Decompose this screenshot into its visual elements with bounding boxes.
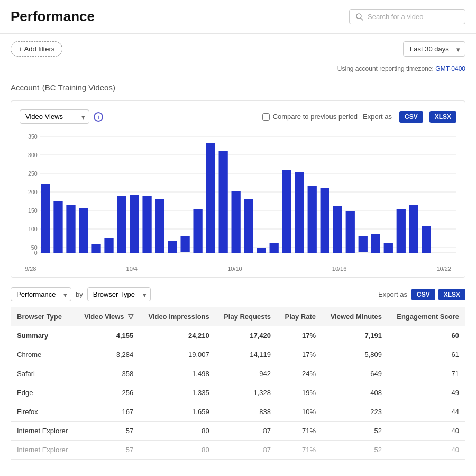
col-video-impressions: Video Impressions — [140, 307, 216, 326]
summary-viewed-minutes: 7,191 — [322, 326, 388, 345]
browser-type-select[interactable]: Browser Type Device Type Country — [87, 287, 151, 301]
toolbar: + Add filters Last 30 days Last 7 days L… — [0, 34, 476, 64]
chart-csv-button[interactable]: CSV — [399, 111, 423, 123]
timezone-note: Using account reporting timezone: GMT-04… — [0, 64, 476, 78]
chart-x-labels: 9/28 10/4 10/10 10/16 10/22 — [20, 263, 456, 272]
svg-rect-37 — [282, 170, 291, 253]
chart-area: 350 300 250 200 150 100 50 0 — [20, 131, 456, 263]
cell-play-requests: 1,328 — [216, 383, 277, 402]
performance-table: Browser Type Video Views ▽ Video Impress… — [11, 307, 465, 460]
chart-section: Video Views Play Rate Viewed Minutes i C… — [11, 100, 465, 278]
summary-engagement-score: 60 — [388, 326, 465, 345]
metric-select[interactable]: Video Views Play Rate Viewed Minutes — [20, 109, 89, 124]
svg-line-1 — [361, 18, 363, 20]
table-header-row: Browser Type Video Views ▽ Video Impress… — [11, 307, 465, 326]
cell-video-impressions: 19,007 — [140, 345, 216, 364]
svg-rect-35 — [257, 248, 266, 253]
chart-svg: 350 300 250 200 150 100 50 0 — [20, 131, 456, 263]
cell-browser: Chrome — [11, 345, 76, 364]
cell-play-requests: 87 — [216, 422, 277, 441]
cell-video-views: 57 — [76, 422, 140, 441]
svg-rect-20 — [66, 205, 75, 253]
cell-play-rate: 19% — [277, 383, 322, 402]
summary-row: Summary 4,155 24,210 17,420 17% 7,191 60 — [11, 326, 465, 345]
svg-rect-28 — [168, 241, 177, 253]
browser-select-wrap: Browser Type Device Type Country — [87, 287, 151, 301]
cell-viewed-minutes: 5,809 — [322, 345, 388, 364]
date-range-select[interactable]: Last 30 days Last 7 days Last 90 days — [403, 41, 465, 57]
cell-viewed-minutes: 223 — [322, 402, 388, 422]
svg-rect-43 — [359, 236, 368, 252]
performance-select[interactable]: Performance — [11, 287, 71, 301]
svg-rect-25 — [130, 195, 139, 253]
col-video-views[interactable]: Video Views ▽ — [76, 307, 140, 326]
chart-xlsx-button[interactable]: XLSX — [429, 111, 456, 123]
table-xlsx-button[interactable]: XLSX — [438, 289, 465, 300]
table-row: Internet Explorer 57 80 87 71% 52 40 — [11, 422, 465, 441]
cell-engagement-score: 49 — [388, 383, 465, 402]
summary-video-views: 4,155 — [76, 326, 140, 345]
svg-rect-24 — [117, 196, 126, 253]
cell-engagement-score: 44 — [388, 402, 465, 422]
summary-video-impressions: 24,210 — [140, 326, 216, 345]
cell-video-impressions: 80 — [140, 422, 216, 441]
table-row: Safari 358 1,498 942 24% 649 71 — [11, 364, 465, 383]
table-row: Edge 256 1,335 1,328 19% 408 49 — [11, 383, 465, 402]
section-title: Account (BC Training Videos) — [0, 78, 476, 100]
svg-text:350: 350 — [28, 133, 38, 140]
cell-video-views: 256 — [76, 383, 140, 402]
cell-play-rate: 71% — [277, 422, 322, 441]
cell-video-impressions: 1,498 — [140, 364, 216, 383]
table-toolbar-right: Export as CSV XLSX — [378, 289, 465, 300]
cell-play-requests: 942 — [216, 364, 277, 383]
svg-text:300: 300 — [28, 152, 38, 158]
table-csv-button[interactable]: CSV — [411, 289, 435, 300]
compare-label[interactable]: Compare to previous period — [262, 113, 358, 121]
cell-play-requests: 838 — [216, 402, 277, 422]
col-play-rate: Play Rate — [277, 307, 322, 326]
svg-rect-42 — [346, 211, 355, 253]
svg-rect-40 — [321, 188, 329, 253]
svg-rect-33 — [232, 191, 241, 253]
timezone-link[interactable]: GMT-0400 — [435, 65, 465, 72]
svg-text:150: 150 — [28, 207, 38, 214]
cell-play-rate: 24% — [277, 364, 322, 383]
metric-select-wrap: Video Views Play Rate Viewed Minutes — [20, 109, 89, 124]
search-box[interactable]: Search for a video — [349, 9, 465, 24]
cell-play-rate: 17% — [277, 345, 322, 364]
cell-engagement-score: 61 — [388, 345, 465, 364]
svg-rect-38 — [295, 172, 304, 253]
perf-select-wrap: Performance — [11, 287, 71, 301]
cell-video-impressions: 1,335 — [140, 383, 216, 402]
svg-rect-41 — [333, 206, 342, 253]
cell-browser: Edge — [11, 383, 76, 402]
chart-toolbar: Video Views Play Rate Viewed Minutes i C… — [20, 109, 456, 124]
svg-rect-46 — [397, 209, 406, 253]
partial-row: Internet Explorer 57 80 87 71% 52 40 — [11, 441, 465, 460]
summary-play-rate: 17% — [277, 326, 322, 345]
chart-toolbar-left: Video Views Play Rate Viewed Minutes i — [20, 109, 103, 124]
col-browser-type: Browser Type — [11, 307, 76, 326]
col-play-requests: Play Requests — [216, 307, 277, 326]
page-header: Performance Search for a video — [0, 0, 476, 34]
cell-viewed-minutes: 408 — [322, 383, 388, 402]
search-icon — [356, 13, 363, 21]
svg-rect-34 — [244, 199, 253, 253]
col-engagement-score: Engagement Score — [388, 307, 465, 326]
search-placeholder: Search for a video — [368, 13, 424, 21]
cell-browser: Safari — [11, 364, 76, 383]
compare-checkbox[interactable] — [262, 113, 270, 121]
svg-point-0 — [356, 14, 361, 19]
svg-rect-21 — [79, 208, 88, 253]
svg-rect-30 — [193, 209, 202, 253]
info-icon[interactable]: i — [94, 112, 103, 122]
svg-rect-26 — [142, 196, 151, 253]
summary-label: Summary — [11, 326, 76, 345]
cell-video-impressions: 1,659 — [140, 402, 216, 422]
svg-rect-23 — [104, 238, 113, 253]
svg-rect-45 — [384, 243, 393, 253]
table-toolbar-left: Performance by Browser Type Device Type … — [11, 287, 151, 301]
svg-text:0: 0 — [34, 250, 38, 256]
add-filters-button[interactable]: + Add filters — [11, 41, 62, 57]
page-title: Performance — [11, 8, 95, 25]
